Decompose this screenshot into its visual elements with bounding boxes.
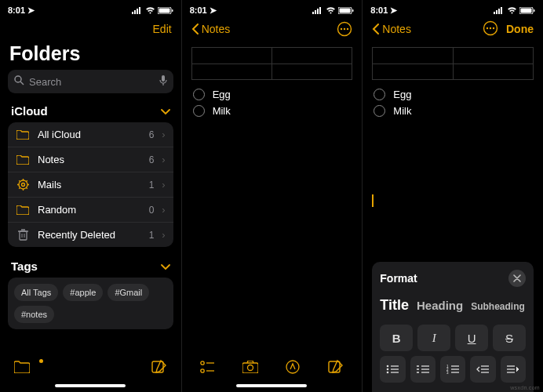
checklist-button[interactable]	[200, 361, 214, 376]
checklist-item[interactable]: Egg	[372, 86, 534, 103]
note-table[interactable]	[191, 47, 353, 80]
battery-icon	[158, 7, 173, 14]
status-indicators	[312, 7, 354, 14]
svg-text:3: 3	[446, 371, 449, 374]
chevron-right-icon: ›	[162, 129, 165, 140]
status-time: 8:01 ➤	[370, 5, 397, 16]
checklist-item[interactable]: Egg	[191, 86, 353, 103]
tag-item[interactable]: #apple	[63, 284, 103, 301]
section-header-icloud[interactable]: iCloud	[0, 101, 181, 122]
status-time: 8:01 ➤	[190, 5, 217, 16]
search-input[interactable]: Search	[8, 70, 173, 93]
checklist-item[interactable]: Milk	[372, 103, 534, 119]
format-title: Format	[380, 272, 417, 285]
more-button[interactable]	[483, 20, 498, 38]
signal-icon	[312, 7, 323, 14]
svg-rect-2	[137, 9, 138, 14]
italic-button[interactable]: I	[417, 325, 450, 351]
svg-point-54	[487, 27, 488, 28]
svg-point-55	[490, 27, 491, 28]
svg-point-59	[387, 368, 389, 371]
svg-point-40	[201, 369, 204, 372]
wifi-icon	[145, 7, 155, 14]
signal-icon	[132, 7, 143, 14]
checkbox-icon[interactable]	[193, 105, 205, 117]
format-row-text: B I U S	[380, 325, 526, 351]
strike-button[interactable]: S	[493, 325, 526, 351]
svg-point-12	[21, 183, 24, 187]
chevron-down-icon	[161, 104, 170, 118]
text-cursor	[372, 194, 374, 207]
edit-button[interactable]: Edit	[153, 23, 172, 35]
checklist-item[interactable]: Milk	[191, 103, 353, 119]
tag-item[interactable]: #Gmail	[108, 284, 149, 301]
search-placeholder: Search	[29, 76, 155, 88]
location-icon: ➤	[210, 5, 217, 15]
svg-rect-28	[315, 10, 316, 14]
svg-rect-32	[340, 8, 351, 13]
more-button[interactable]	[337, 21, 352, 37]
style-picker[interactable]: Title Heading Subheading Body	[380, 296, 526, 317]
new-folder-button[interactable]	[14, 361, 30, 376]
svg-rect-6	[172, 9, 173, 12]
markup-button[interactable]	[286, 360, 300, 377]
battery-icon	[519, 7, 535, 14]
style-subheading[interactable]: Subheading	[471, 301, 525, 312]
svg-point-61	[387, 372, 389, 374]
chevron-right-icon: ›	[162, 204, 165, 216]
tags-list: All Tags #apple #Gmail #notes	[8, 278, 173, 329]
svg-rect-5	[159, 8, 169, 13]
number-list-button[interactable]: 123	[440, 356, 465, 383]
note-content[interactable]: Egg Milk Format Title Heading Subheading…	[363, 41, 543, 392]
svg-rect-0	[132, 12, 133, 14]
svg-rect-52	[534, 9, 535, 12]
folder-row[interactable]: Mails 1 ›	[8, 172, 173, 197]
underline-button[interactable]: U	[455, 325, 488, 351]
note-table[interactable]	[372, 47, 534, 80]
svg-rect-46	[494, 12, 495, 14]
location-icon: ➤	[390, 5, 397, 15]
wifi-icon	[507, 7, 517, 14]
tag-item[interactable]: All Tags	[14, 284, 58, 301]
mic-icon[interactable]	[159, 75, 167, 89]
battery-icon	[338, 7, 354, 14]
screen-note-edit: 8:01 ➤ Notes Done Egg Milk	[362, 0, 543, 392]
format-row-list: 123	[380, 356, 526, 383]
note-content[interactable]: Egg Milk	[182, 41, 363, 353]
chevron-down-icon	[161, 260, 170, 273]
status-time: 8:01 ➤	[8, 5, 35, 16]
section-header-tags[interactable]: Tags	[0, 256, 181, 278]
folder-icon	[16, 155, 30, 165]
checkbox-icon[interactable]	[193, 89, 205, 100]
folder-row[interactable]: Random 0 ›	[8, 197, 173, 222]
close-button[interactable]	[508, 270, 526, 287]
svg-point-57	[387, 365, 389, 368]
folder-row[interactable]: Notes 6 ›	[8, 147, 173, 172]
dash-list-button[interactable]	[410, 356, 435, 383]
chevron-right-icon: ›	[162, 179, 165, 191]
svg-rect-21	[20, 231, 27, 240]
svg-point-36	[344, 28, 345, 30]
folder-row[interactable]: All iCloud 6 ›	[8, 122, 173, 147]
style-title[interactable]: Title	[380, 297, 409, 314]
done-button[interactable]: Done	[506, 23, 534, 35]
checkbox-icon[interactable]	[374, 89, 385, 100]
camera-button[interactable]	[242, 361, 258, 376]
back-button[interactable]: Notes	[191, 23, 231, 35]
tag-item[interactable]: #notes	[14, 306, 54, 323]
outdent-button[interactable]	[470, 356, 495, 383]
svg-point-11	[19, 180, 27, 189]
bottom-toolbar	[182, 353, 363, 381]
style-heading[interactable]: Heading	[417, 299, 463, 312]
folder-row[interactable]: Recently Deleted 1 ›	[8, 222, 173, 247]
text-cursor-area[interactable]	[372, 119, 534, 262]
indent-button[interactable]	[501, 356, 526, 383]
checkbox-icon[interactable]	[374, 105, 385, 117]
compose-button[interactable]	[151, 359, 167, 378]
bold-button[interactable]: B	[380, 325, 413, 351]
bullet-list-button[interactable]	[380, 356, 405, 383]
page-title: Folders	[0, 41, 181, 70]
compose-button[interactable]	[328, 359, 344, 378]
back-button[interactable]: Notes	[372, 23, 411, 35]
nav-right: Done	[483, 20, 534, 38]
